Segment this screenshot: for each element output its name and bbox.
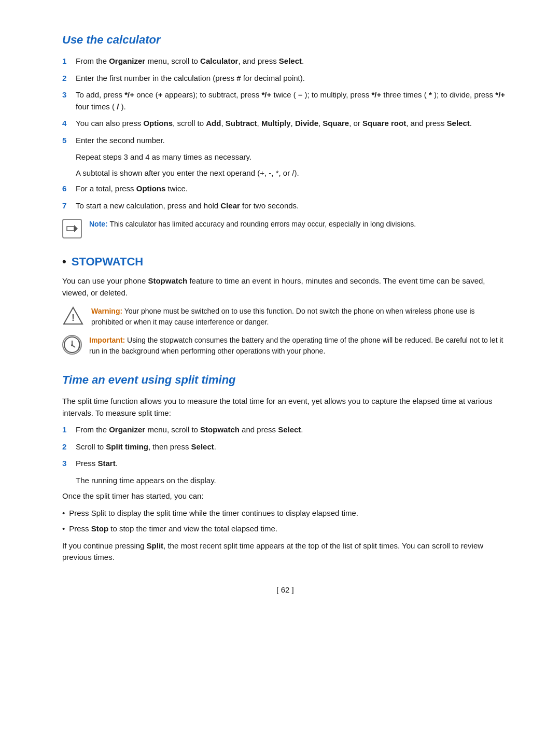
- calc-note-text: Note: This calculator has limited accura…: [89, 219, 508, 230]
- calc-note-box: Note: This calculator has limited accura…: [62, 219, 508, 238]
- important-box: Important: Using the stopwatch consumes …: [62, 335, 508, 357]
- split-bullet-text-1: Press Split to display the split time wh…: [69, 508, 358, 519]
- step-text-7: To start a new calculation, press and ho…: [76, 200, 508, 212]
- step-num-3: 3: [62, 89, 72, 112]
- svg-point-7: [71, 344, 73, 346]
- split-bullet-1: Press Split to display the split time wh…: [62, 508, 508, 519]
- split-after-start: Once the split timer has started, you ca…: [62, 490, 508, 502]
- step-text-3: To add, press */+ once (+ appears); to s…: [76, 89, 508, 112]
- split-step-num-3: 3: [62, 458, 72, 470]
- warning-text: Warning: Your phone must be switched on …: [91, 306, 508, 328]
- step-text-1: From the Organizer menu, scroll to Calcu…: [76, 55, 508, 67]
- svg-text:!: !: [72, 313, 75, 323]
- stopwatch-intro: You can use your phone Stopwatch feature…: [62, 275, 508, 299]
- step-text-2: Enter the first number in the calculatio…: [76, 73, 508, 85]
- clock-icon: [62, 335, 82, 355]
- step-text-6: For a total, press Options twice.: [76, 183, 508, 195]
- calc-indent-2: A subtotal is shown after you enter the …: [76, 167, 508, 179]
- clock-icon-svg: [63, 336, 81, 354]
- svg-rect-0: [67, 227, 74, 231]
- stopwatch-bullet: •: [62, 253, 66, 270]
- split-bullet-2: Press Stop to stop the timer and view th…: [62, 523, 508, 535]
- step-2: 2 Enter the first number in the calculat…: [62, 73, 508, 85]
- calculator-steps-2: 6 For a total, press Options twice. 7 To…: [62, 183, 508, 212]
- warning-label: Warning:: [91, 307, 122, 315]
- note-arrow-icon: [62, 219, 82, 238]
- split-step-num-1: 1: [62, 424, 72, 436]
- warning-triangle-icon: !: [62, 306, 84, 326]
- step-text-4: You can also press Options, scroll to Ad…: [76, 118, 508, 130]
- split-step-text-1: From the Organizer menu, scroll to Stopw…: [76, 424, 508, 436]
- split-bullet-text-2: Press Stop to stop the timer and view th…: [69, 523, 277, 535]
- step-4: 4 You can also press Options, scroll to …: [62, 118, 508, 130]
- split-step-num-2: 2: [62, 441, 72, 453]
- calculator-heading: Use the calculator: [62, 31, 508, 48]
- split-timing-intro: The split time function allows you to me…: [62, 396, 508, 419]
- split-indent-1: The running time appears on the display.: [76, 475, 508, 487]
- arrow-icon-svg: [66, 222, 78, 235]
- split-step-3: 3 Press Start.: [62, 458, 508, 470]
- split-step-1: 1 From the Organizer menu, scroll to Sto…: [62, 424, 508, 436]
- svg-marker-1: [74, 225, 78, 232]
- split-timing-steps: 1 From the Organizer menu, scroll to Sto…: [62, 424, 508, 470]
- split-timing-section: Time an event using split timing The spl…: [62, 371, 508, 564]
- step-num-7: 7: [62, 200, 72, 212]
- split-step-2: 2 Scroll to Split timing, then press Sel…: [62, 441, 508, 453]
- calc-indent-1: Repeat steps 3 and 4 as many times as ne…: [76, 151, 508, 163]
- calculator-steps: 1 From the Organizer menu, scroll to Cal…: [62, 55, 508, 146]
- step-text-5: Enter the second number.: [76, 135, 508, 147]
- warning-icon: !: [62, 306, 84, 326]
- calculator-section: Use the calculator 1 From the Organizer …: [62, 31, 508, 238]
- stopwatch-heading: • STOPWATCH: [62, 253, 508, 270]
- warning-box: ! Warning: Your phone must be switched o…: [62, 306, 508, 328]
- important-label: Important:: [89, 336, 125, 344]
- note-label: Note:: [89, 220, 108, 228]
- step-num-5: 5: [62, 135, 72, 147]
- step-1: 1 From the Organizer menu, scroll to Cal…: [62, 55, 508, 67]
- step-3: 3 To add, press */+ once (+ appears); to…: [62, 89, 508, 112]
- split-step-text-2: Scroll to Split timing, then press Selec…: [76, 441, 508, 453]
- step-6: 6 For a total, press Options twice.: [62, 183, 508, 195]
- split-bullet-list: Press Split to display the split time wh…: [62, 508, 508, 535]
- split-timing-heading: Time an event using split timing: [62, 371, 508, 388]
- step-7: 7 To start a new calculation, press and …: [62, 200, 508, 212]
- step-num-1: 1: [62, 55, 72, 67]
- step-5: 5 Enter the second number.: [62, 135, 508, 147]
- split-final: If you continue pressing Split, the most…: [62, 540, 508, 564]
- step-num-6: 6: [62, 183, 72, 195]
- step-num-4: 4: [62, 118, 72, 130]
- important-text: Important: Using the stopwatch consumes …: [89, 335, 508, 357]
- stopwatch-section: • STOPWATCH You can use your phone Stopw…: [62, 253, 508, 357]
- stopwatch-heading-text: STOPWATCH: [72, 253, 144, 270]
- split-step-text-3: Press Start.: [76, 458, 508, 470]
- page-number: [ 62 ]: [62, 584, 508, 596]
- step-num-2: 2: [62, 73, 72, 85]
